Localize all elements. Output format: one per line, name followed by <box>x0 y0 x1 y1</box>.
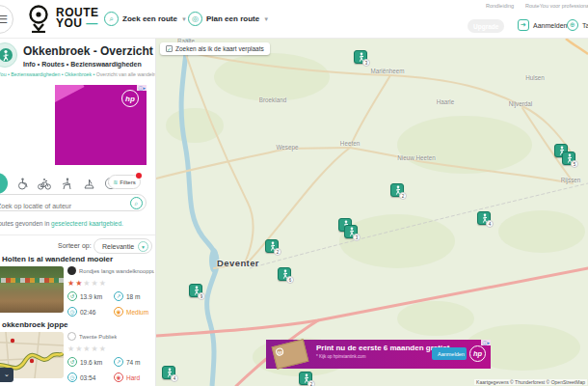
section-tabs[interactable]: Info • Routes • Bezienswaardigheden <box>23 61 142 68</box>
filter-walking-active[interactable] <box>0 173 8 194</box>
selected-map-area-link[interactable]: geselecteerd kaartgebied. <box>51 220 123 227</box>
search-on-move-toggle[interactable]: ✓ Zoeken als ik de kaart verplaats <box>160 42 270 55</box>
login-button[interactable]: ➜ Aanmelden <box>518 19 567 31</box>
marker-count-badge: 5 <box>571 160 578 168</box>
marker-count-badge: 3 <box>362 59 370 67</box>
star-rating: ★★★★★ <box>67 345 154 353</box>
header: ☰ ROUTE YOU — ⌕ Zoek een route ▼ ◎ Plan … <box>0 0 588 39</box>
filter-horseriding-icon[interactable] <box>59 176 74 191</box>
duration-stat: ◷03:54 <box>67 372 114 382</box>
map-label: Heeten <box>340 140 360 147</box>
marker-count-badge: 9 <box>198 292 205 300</box>
author-name[interactable]: Twente Publiek <box>79 334 117 340</box>
route-card[interactable]: Holten is al wandelend mooier Rondjes la… <box>0 255 155 318</box>
checkbox-icon[interactable]: ✓ <box>166 45 173 52</box>
difficulty-icon: ◉ <box>114 372 123 382</box>
map-label: Deventer <box>217 258 259 268</box>
chevron-down-icon: ▼ <box>263 16 269 22</box>
search-input[interactable] <box>0 199 120 214</box>
chevron-down-icon: ▼ <box>181 16 187 22</box>
map-route-marker[interactable]: 6 <box>278 267 291 281</box>
map-route-marker[interactable]: 5 <box>562 152 575 165</box>
hp-logo: hp <box>121 90 139 107</box>
star-rating: ★★★★★ <box>67 279 154 288</box>
map-label: Hulsen <box>525 74 545 81</box>
map-route-marker[interactable]: 2 <box>390 183 404 197</box>
difficulty-icon: ◉ <box>114 307 123 317</box>
ad-cta-button[interactable]: Aanmelden <box>432 347 467 360</box>
search-box: ⌕ <box>0 194 147 211</box>
place-icon <box>0 42 17 68</box>
duration-stat: ◷02:46 <box>67 307 114 317</box>
search-icon[interactable]: ⌕ <box>130 197 143 209</box>
marker-count-badge: 4 <box>171 374 178 382</box>
author-avatar <box>67 332 76 341</box>
sort-select[interactable]: Relevantie ▼ <box>94 238 152 254</box>
distance-icon: ↺ <box>67 291 77 301</box>
map-label: Haarle <box>437 98 455 105</box>
routeyou-logo[interactable]: ROUTE YOU — <box>25 4 99 33</box>
nav-search-route[interactable]: ⌕ Zoek een route ▼ <box>104 12 187 26</box>
banner-ad[interactable]: hp Print nu de eerste 6 maanden gratis* … <box>266 340 491 369</box>
author-avatar <box>67 266 76 275</box>
map-attribution[interactable]: Kaartgegevens © Thunderforest © OpenStre… <box>474 379 587 385</box>
adchoices-icon[interactable]: ⓘ▸ <box>481 340 491 345</box>
hp-logo: hp <box>469 345 486 362</box>
filter-motorhome-icon[interactable] <box>81 176 96 191</box>
adchoices-icon[interactable]: ⓘ▸ <box>137 85 147 91</box>
menu-button[interactable]: ☰ <box>0 5 13 34</box>
filter-wheelchair-icon[interactable] <box>14 176 30 191</box>
map-route-marker[interactable]: 4 <box>162 366 175 379</box>
route-title[interactable]: Holten is al wandelend mooier <box>2 255 113 263</box>
filters-button[interactable]: ≋ Filters <box>108 175 141 189</box>
map-label: Rijssen <box>561 177 581 183</box>
search-route-icon: ⌕ <box>104 12 119 26</box>
route-title[interactable]: okkenbroek joppe <box>2 320 67 329</box>
link-professionals[interactable]: RouteYou voor professionals <box>525 3 588 9</box>
elevation-stat: ↗74 m <box>114 357 154 367</box>
map-route-marker[interactable]: 9 <box>189 284 202 297</box>
activity-filter-row <box>0 173 119 194</box>
sidebar-ad[interactable]: hp ⓘ▸ <box>55 85 147 165</box>
difficulty-stat: ◉Medium <box>114 307 154 317</box>
sidebar-collapse-button[interactable]: ⌄ <box>0 368 13 382</box>
ad-ribbon <box>55 85 84 108</box>
map-label: Mariënheem <box>371 68 405 74</box>
filters-icon: ≋ <box>113 179 118 185</box>
filters-notification-dot <box>136 173 142 179</box>
elevation-icon: ↗ <box>114 357 123 367</box>
marker-count-badge: 2 <box>399 192 407 200</box>
author-name[interactable]: Rondjes langs wandelknooppu... <box>79 268 154 274</box>
brand-dash: — <box>86 16 98 30</box>
divider <box>0 234 156 235</box>
marker-count-badge: 2 <box>274 248 281 256</box>
language-button[interactable]: ⊕ Taal <box>567 19 588 31</box>
globe-icon: ⊕ <box>567 19 578 31</box>
clock-icon: ◷ <box>67 372 77 382</box>
route-thumbnail[interactable] <box>0 266 64 313</box>
distance-icon: ↺ <box>67 357 77 367</box>
map-label: Wesepe <box>277 144 299 151</box>
filter-cycling-icon[interactable] <box>37 176 52 191</box>
plan-route-icon: ◎ <box>188 12 202 26</box>
map-route-marker[interactable]: 4 <box>477 211 491 225</box>
map-route-marker[interactable]: 2 <box>265 239 279 253</box>
clock-icon: ◷ <box>67 307 77 317</box>
logo-pin-icon <box>25 4 52 33</box>
ad-subtext: * Kijk op hpinstantink.com <box>316 354 450 359</box>
marker-count-badge: 2 <box>307 380 315 386</box>
breadcrumb[interactable]: RouteYou • Bezienswaardigheden • Okkenbr… <box>0 71 156 77</box>
login-icon: ➜ <box>518 19 529 31</box>
link-rondleiding[interactable]: Rondleiding <box>486 3 514 9</box>
route-card[interactable]: okkenbroek joppe Twente Publiek ★★★★★ ↺1… <box>0 320 155 384</box>
map-route-marker[interactable]: 3 <box>354 50 367 64</box>
results-count-text: routes gevonden in geselecteerd kaartgeb… <box>0 220 123 227</box>
map-route-marker[interactable]: 2 <box>299 372 312 385</box>
map-label: Nieuw Heeten <box>397 154 436 161</box>
nav-plan-route[interactable]: ◎ Plan een route ▼ <box>188 12 269 26</box>
map[interactable]: RaalteBroeklandMariënheemHaarleHulsenNij… <box>156 39 588 386</box>
upgrade-button[interactable]: Upgrade <box>468 19 504 33</box>
map-route-marker[interactable]: 3 <box>344 225 358 238</box>
chevron-down-icon: ▼ <box>138 241 148 252</box>
sidebar: Okkenbroek - Overzicht va... Info • Rout… <box>0 39 156 386</box>
